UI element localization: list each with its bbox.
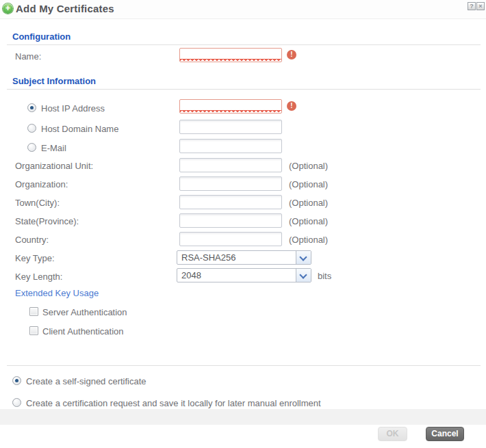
key-length-value: 2048 xyxy=(181,270,201,280)
client-authentication-checkbox[interactable] xyxy=(29,326,38,335)
cancel-button[interactable]: Cancel xyxy=(426,427,464,441)
client-authentication-label: Client Authentication xyxy=(42,326,124,337)
key-type-select[interactable]: RSA-SHA256 xyxy=(177,250,311,265)
host-ip-label: Host IP Address xyxy=(41,103,105,114)
email-radio[interactable] xyxy=(27,143,36,152)
help-button[interactable]: ? xyxy=(468,2,476,10)
organizational-unit-input[interactable] xyxy=(179,158,282,172)
configuration-heading: Configuration xyxy=(12,31,71,42)
state-province-input[interactable] xyxy=(179,213,282,228)
chevron-down-icon[interactable] xyxy=(296,269,311,282)
key-length-label: Key Length: xyxy=(15,272,62,282)
email-input[interactable] xyxy=(179,139,282,153)
town-city-label: Town(City): xyxy=(15,198,60,208)
town-city-input[interactable] xyxy=(179,195,282,209)
divider xyxy=(7,365,481,366)
server-authentication-label: Server Authentication xyxy=(42,307,127,317)
title-bar: + Add My Certificates ? × xyxy=(0,0,486,19)
page-title: Add My Certificates xyxy=(16,3,114,14)
host-ip-input[interactable] xyxy=(179,99,282,114)
state-province-label: State(Province): xyxy=(15,216,79,226)
country-label: Country: xyxy=(15,235,49,245)
self-signed-label: Create a self-signed certificate xyxy=(26,376,146,386)
organizational-unit-label: Organizational Unit: xyxy=(15,161,93,171)
close-button[interactable]: × xyxy=(476,2,485,10)
chevron-down-icon[interactable] xyxy=(296,251,311,264)
organization-label: Organization: xyxy=(15,179,68,189)
key-type-value: RSA-SHA256 xyxy=(181,252,235,263)
self-signed-radio[interactable] xyxy=(12,376,21,385)
divider xyxy=(7,89,481,90)
add-my-certificates-dialog: + Add My Certificates ? × Configuration … xyxy=(0,0,486,448)
email-label: E-Mail xyxy=(41,143,66,153)
error-icon: ! xyxy=(287,101,296,111)
ok-button[interactable]: OK xyxy=(378,427,407,441)
footer-separator xyxy=(0,409,486,425)
host-domain-radio[interactable] xyxy=(27,124,36,133)
optional-note: (Optional) xyxy=(289,216,328,226)
extended-key-usage-heading: Extended Key Usage xyxy=(15,288,99,298)
certification-request-label: Create a certification request and save … xyxy=(26,398,321,408)
name-label: Name: xyxy=(15,51,41,62)
certification-request-radio[interactable] xyxy=(12,398,21,407)
divider xyxy=(7,44,481,45)
name-input[interactable] xyxy=(179,48,282,62)
optional-note: (Optional) xyxy=(289,179,328,189)
error-icon: ! xyxy=(287,50,296,60)
server-authentication-checkbox[interactable] xyxy=(29,307,38,316)
organization-input[interactable] xyxy=(179,176,282,191)
country-input[interactable] xyxy=(179,232,282,246)
optional-note: (Optional) xyxy=(289,235,328,245)
subject-information-heading: Subject Information xyxy=(12,76,96,86)
host-domain-input[interactable] xyxy=(179,120,282,134)
optional-note: (Optional) xyxy=(289,161,328,171)
key-type-label: Key Type: xyxy=(15,253,55,263)
host-ip-radio[interactable] xyxy=(27,103,36,112)
optional-note: (Optional) xyxy=(289,198,328,208)
key-length-select[interactable]: 2048 xyxy=(177,268,311,282)
host-domain-label: Host Domain Name xyxy=(41,124,118,134)
bits-unit-label: bits xyxy=(318,271,331,281)
add-icon: + xyxy=(3,3,13,14)
